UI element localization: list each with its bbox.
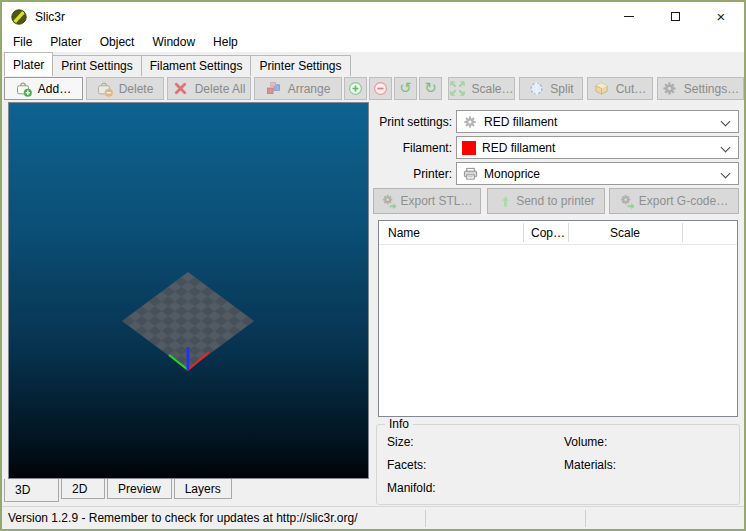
title-bar: Slic3r × [2, 2, 744, 31]
rotate-cw-icon: ↻ [424, 81, 437, 96]
column-divider[interactable] [568, 223, 569, 242]
export-gcode-icon [620, 193, 636, 209]
menu-help[interactable]: Help [204, 31, 247, 52]
status-pane-divider [425, 510, 426, 527]
printer-label: Printer: [373, 167, 452, 181]
menu-file[interactable]: File [4, 31, 41, 52]
delete-all-button-label: Delete All [195, 82, 246, 96]
send-to-printer-icon [497, 193, 513, 209]
rotate-ccw-icon: ↺ [399, 81, 412, 96]
print-settings-label: Print settings: [373, 115, 452, 129]
cut-button[interactable]: Cut… [587, 77, 653, 100]
viewport-tab-layers[interactable]: Layers [174, 479, 232, 499]
print-settings-value: RED fillament [484, 115, 557, 129]
column-header-copies[interactable]: Cop… [531, 226, 565, 240]
viewport-tab-3d[interactable]: 3D [4, 479, 59, 502]
decrease-copies-button[interactable] [369, 77, 392, 100]
close-button[interactable]: × [698, 2, 744, 31]
filament-color-swatch [462, 141, 476, 155]
plater-toolbar: Add… Delete Delete All Arrange [2, 76, 744, 102]
rotate-cw-button[interactable]: ↻ [419, 77, 442, 100]
arrange-button[interactable]: Arrange [254, 77, 342, 100]
print-bed-canvas [9, 103, 368, 478]
info-group-title: Info [385, 417, 413, 431]
printer-icon [462, 166, 478, 182]
export-gcode-button[interactable]: Export G-code… [609, 188, 739, 214]
delete-object-icon [97, 81, 113, 97]
filament-select[interactable]: RED fillament [456, 136, 739, 159]
tab-print-settings[interactable]: Print Settings [52, 55, 141, 76]
export-stl-icon [381, 193, 397, 209]
info-size-label: Size: [387, 435, 414, 449]
split-button-label: Split [550, 82, 573, 96]
scale-icon [449, 81, 465, 97]
increase-copies-button[interactable] [344, 77, 367, 100]
menu-object[interactable]: Object [91, 31, 144, 52]
column-divider[interactable] [682, 223, 683, 242]
info-manifold-label: Manifold: [387, 481, 436, 495]
add-button-label: Add… [38, 82, 71, 96]
gear-icon [662, 81, 678, 97]
filament-value: RED fillament [482, 141, 555, 155]
export-stl-button[interactable]: Export STL… [373, 188, 481, 214]
chevron-down-icon [721, 169, 731, 179]
viewport-tab-preview[interactable]: Preview [107, 479, 172, 499]
arrange-icon [266, 81, 282, 97]
info-group: Info Size: Volume: Facets: Materials: Ma… [376, 424, 740, 505]
decrease-copies-icon [373, 81, 389, 97]
status-pane-divider [585, 510, 586, 527]
viewport-tab-2d[interactable]: 2D [61, 479, 105, 499]
export-gcode-label: Export G-code… [639, 194, 728, 208]
print-settings-select[interactable]: RED fillament [456, 110, 739, 133]
settings-button[interactable]: Settings… [657, 77, 744, 100]
info-volume-label: Volume: [564, 435, 607, 449]
menu-plater[interactable]: Plater [41, 31, 90, 52]
tab-plater[interactable]: Plater [4, 52, 53, 76]
maximize-button[interactable] [652, 2, 698, 31]
status-bar: Version 1.2.9 - Remember to check for up… [2, 506, 744, 529]
window-title: Slic3r [35, 10, 65, 24]
arrange-button-label: Arrange [288, 82, 331, 96]
scale-button[interactable]: Scale… [448, 77, 515, 100]
close-icon: × [717, 9, 726, 24]
delete-all-icon [173, 81, 189, 97]
export-stl-label: Export STL… [400, 194, 472, 208]
printer-select[interactable]: Monoprice [456, 162, 739, 185]
delete-button[interactable]: Delete [86, 77, 164, 100]
split-icon [528, 81, 544, 97]
add-object-icon [16, 81, 32, 97]
column-header-scale[interactable]: Scale [569, 226, 681, 240]
minimize-button[interactable] [606, 2, 652, 31]
maximize-icon [671, 12, 680, 21]
object-list-header: Name Cop… Scale [379, 221, 737, 245]
info-facets-label: Facets: [387, 458, 426, 472]
printer-value: Monoprice [484, 167, 540, 181]
chevron-down-icon [721, 117, 731, 127]
cut-icon [594, 81, 610, 97]
menu-bar: File Plater Object Window Help [2, 31, 744, 52]
tab-printer-settings[interactable]: Printer Settings [250, 55, 350, 76]
slic3r-window: Slic3r × File Plater Object Window Help … [0, 0, 746, 531]
tab-filament-settings[interactable]: Filament Settings [141, 55, 252, 76]
send-to-printer-label: Send to printer [516, 194, 595, 208]
object-list[interactable]: Name Cop… Scale [378, 220, 738, 417]
increase-copies-icon [348, 81, 364, 97]
delete-all-button[interactable]: Delete All [167, 77, 251, 100]
send-to-printer-button[interactable]: Send to printer [487, 188, 605, 214]
menu-window[interactable]: Window [143, 31, 204, 52]
rotate-ccw-button[interactable]: ↺ [394, 77, 417, 100]
info-materials-label: Materials: [564, 458, 616, 472]
column-header-name[interactable]: Name [388, 226, 420, 240]
viewport-tab-bar: 3D 2D Preview Layers [4, 479, 232, 502]
add-button[interactable]: Add… [4, 77, 83, 100]
delete-button-label: Delete [119, 82, 154, 96]
plater-3d-viewport[interactable] [8, 102, 369, 479]
cut-button-label: Cut… [616, 82, 647, 96]
settings-tab-bar: Plater Print Settings Filament Settings … [2, 52, 744, 76]
chevron-down-icon [721, 143, 731, 153]
column-divider[interactable] [523, 223, 524, 242]
slic3r-logo-icon [11, 9, 27, 25]
gear-icon [462, 114, 478, 130]
filament-label: Filament: [373, 141, 452, 155]
split-button[interactable]: Split [519, 77, 583, 100]
